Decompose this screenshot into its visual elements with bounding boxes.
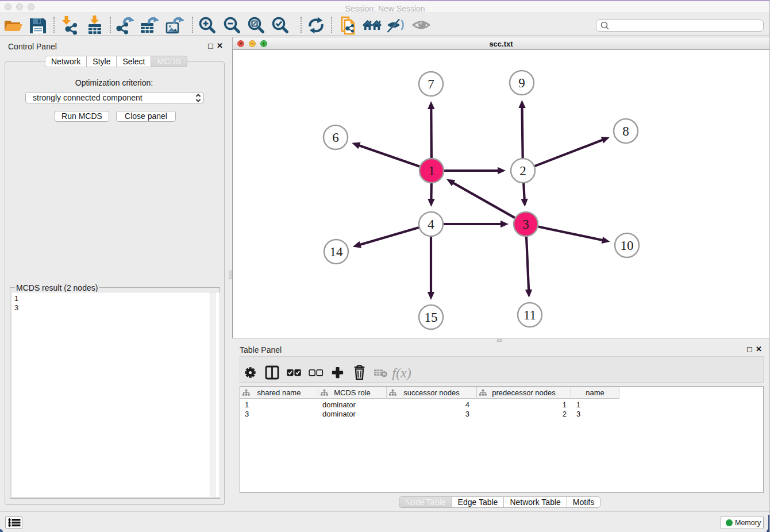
- svg-text:7: 7: [428, 77, 434, 91]
- svg-text:9: 9: [518, 76, 525, 90]
- svg-text:3: 3: [522, 217, 529, 232]
- svg-text:f(x): f(x): [392, 365, 411, 380]
- svg-text:6: 6: [332, 130, 339, 145]
- svg-text:10: 10: [621, 238, 634, 253]
- svg-text:14: 14: [330, 245, 344, 259]
- svg-text:15: 15: [425, 310, 438, 325]
- svg-text:1: 1: [428, 164, 435, 178]
- svg-text:4: 4: [428, 217, 434, 232]
- svg-text:11: 11: [523, 308, 536, 322]
- svg-text:8: 8: [622, 124, 629, 138]
- svg-text:2: 2: [519, 164, 526, 178]
